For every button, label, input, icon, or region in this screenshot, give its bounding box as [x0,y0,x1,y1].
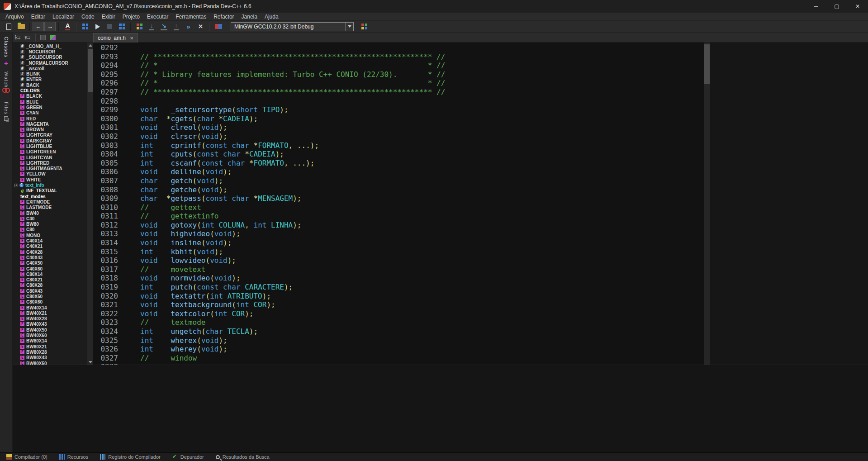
code-line[interactable]: char getch(void); [140,176,704,185]
class-browser-item[interactable]: EBLACK [13,94,86,99]
class-browser-item[interactable]: #BACK [13,82,86,88]
class-browser-item[interactable]: EC40X14 [13,238,86,243]
class-browser-item[interactable]: ELASTMODE [13,205,86,210]
code-line[interactable]: void highvideo(void); [140,229,704,238]
code-line[interactable]: void lowvideo(void); [140,256,704,265]
code-line[interactable]: // * * // [140,79,704,88]
class-browser-item[interactable]: EBW80X28 [13,349,86,355]
class-browser-item[interactable]: ELIGHTGREEN [13,149,86,155]
menu-item-editar[interactable]: Editar [28,13,49,21]
menu-item-localizar[interactable]: Localizar [49,13,78,21]
code-line[interactable]: void clreol(void); [140,123,704,132]
class-browser-item[interactable]: #_NORMALCURSOR [13,60,86,66]
class-list-scrollbar[interactable] [87,43,93,365]
step-out-button[interactable]: ↑ [170,21,182,32]
class-browser-item[interactable]: EC80X28 [13,283,86,288]
class-browser-item[interactable]: #_SOLIDCURSOR [13,55,86,60]
step-over-button[interactable]: ↓ [146,21,158,32]
code-line[interactable]: char *cgets(char *CADEIA); [140,114,704,124]
goto-declaration-button[interactable] [48,33,58,42]
editor-code[interactable]: // *************************************… [131,43,704,365]
class-browser-item[interactable]: EBW40X28 [13,316,86,322]
sort-by-declaration-button[interactable]: 1—2—↓ [13,33,23,42]
maximize-button[interactable]: ▢ [826,0,847,13]
menu-item-janela[interactable]: Janela [238,13,261,21]
code-line[interactable]: void normvideo(void); [140,274,704,283]
code-line[interactable]: char getche(void); [140,185,704,195]
scrollbar-thumb[interactable] [88,49,93,92]
code-line[interactable]: // gettext [140,203,704,212]
class-browser-item[interactable]: EBW40X50 [13,327,86,333]
close-button[interactable]: ✕ [847,0,868,13]
code-line[interactable]: char *getpass(const char *MENSAGEM); [140,194,704,203]
clean-button[interactable] [133,21,146,32]
menu-item-ajuda[interactable]: Ajuda [261,13,282,21]
compile-button[interactable] [79,21,91,32]
run-button[interactable] [91,21,104,32]
code-line[interactable]: void textattr(int ATRIBUTO); [140,292,704,301]
sort-alphabetical-button[interactable]: a—z—↓ [23,33,33,42]
class-browser-item[interactable]: EC40X50 [13,261,86,266]
compile-run-button[interactable] [116,21,128,32]
code-line[interactable]: void gotoxy(int COLUNA, int LINHA); [140,221,704,230]
class-browser-item[interactable]: EBW80X14 [13,338,86,344]
code-line[interactable]: int ungetch(char TECLA); [140,327,704,336]
class-browser-item[interactable]: ERED [13,116,86,121]
scroll-up-icon[interactable] [87,43,93,48]
class-browser-item[interactable]: EMONO [13,233,86,238]
code-line[interactable]: // movetext [140,265,704,274]
open-project-button[interactable] [15,21,27,32]
class-browser-item[interactable]: EC80 [13,227,86,233]
class-browser-item[interactable]: EBW40X14 [13,305,86,310]
class-browser-item[interactable]: EWHITE [13,177,86,182]
editor-scrollbar[interactable] [704,43,710,365]
tab-conio-am-h[interactable]: conio_am.h ✕ [93,33,138,43]
expander-icon[interactable]: + [14,184,18,187]
minimize-button[interactable]: ─ [806,0,826,13]
status-tab-registro-do-compilador[interactable]: Registro do Compilador [100,454,161,460]
menu-item-executar[interactable]: Executar [143,13,172,21]
class-browser-item[interactable]: #ENTER [13,77,86,82]
class-browser-item[interactable]: EDARKGRAY [13,138,86,143]
continue-button[interactable]: » [182,21,194,32]
add-class-icon[interactable]: + [4,59,8,67]
class-browser-item[interactable]: ELIGHTRED [13,160,86,166]
class-browser-item[interactable]: #_wscroll [13,66,86,71]
editor-scrollbar-thumb[interactable] [704,44,710,84]
class-browser-item[interactable]: EBROWN [13,127,86,132]
code-line[interactable]: // *************************************… [140,52,704,62]
class-browser-item[interactable]: EC40X60 [13,266,86,271]
class-browser-item[interactable]: ECYAN [13,110,86,116]
code-line[interactable]: void textcolor(int COR); [140,309,704,318]
code-line[interactable]: // *************************************… [140,88,704,97]
files-copy-icon[interactable] [4,116,8,121]
code-line[interactable]: int wherex(void); [140,336,704,345]
class-browser-item[interactable]: EC80X60 [13,299,86,305]
class-browser-item[interactable]: #_NOCURSOR [13,49,86,54]
code-editor[interactable]: 0292029302940295029602970298029903000301… [93,43,704,365]
class-browser-item[interactable]: EC40X43 [13,255,86,260]
class-browser-item[interactable]: EBW80X21 [13,344,86,349]
class-browser-item[interactable]: EBLUE [13,99,86,105]
class-browser-item[interactable]: EBW40X43 [13,322,86,327]
menu-item-ferramentas[interactable]: Ferramentas [172,13,210,21]
menu-item-arquivo[interactable]: Arquivo [2,13,28,21]
status-tab-recursos[interactable]: Recursos [59,454,88,460]
scroll-down-icon[interactable] [87,359,93,365]
class-browser-item[interactable]: #_CONIO_AM_H_ [13,43,86,49]
class-browser-item[interactable]: ELIGHTMAGENTA [13,166,86,171]
class-browser-item[interactable]: EC80X50 [13,294,86,299]
class-browser-item[interactable]: EBW40 [13,210,86,216]
class-browser-item[interactable]: EBW80X43 [13,355,86,361]
code-line[interactable]: int kbhit(void); [140,247,704,257]
side-tab-files[interactable]: Files [4,102,9,114]
class-browser-item[interactable]: ELIGHTCYAN [13,155,86,160]
tab-close-icon[interactable]: ✕ [130,36,133,41]
class-browser-item[interactable]: EBW40X21 [13,310,86,316]
code-line[interactable]: int wherey(void); [140,345,704,354]
class-browser-item[interactable]: EBW80 [13,222,86,227]
class-browser-item[interactable]: ELIGHTGRAY [13,133,86,138]
compiler-options-button[interactable] [358,21,370,32]
class-browser-item[interactable]: EBW40X60 [13,333,86,338]
class-browser-item[interactable]: EMAGENTA [13,121,86,127]
